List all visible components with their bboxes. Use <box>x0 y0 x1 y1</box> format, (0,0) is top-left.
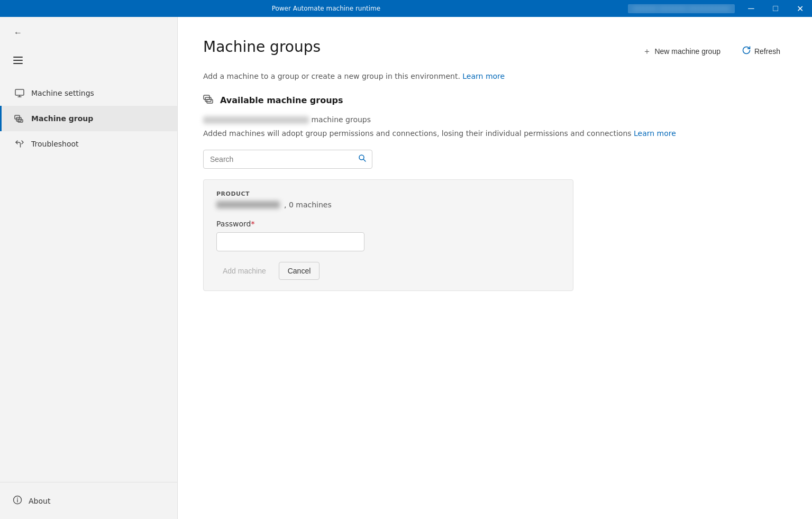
refresh-button[interactable]: Refresh <box>735 41 787 61</box>
subtitle-text: Add a machine to a group or create a new… <box>203 72 460 80</box>
search-button[interactable] <box>353 150 372 169</box>
sidebar-item-troubleshoot[interactable]: Troubleshoot <box>0 131 177 157</box>
search-icon <box>358 154 367 165</box>
new-machine-group-label: New machine group <box>654 47 720 56</box>
env-blurred <box>203 116 309 124</box>
cancel-button[interactable]: Cancel <box>279 262 320 280</box>
refresh-label: Refresh <box>754 47 780 56</box>
password-label: Password* <box>216 220 560 228</box>
machine-settings-icon <box>14 88 25 98</box>
titlebar-title: Power Automate machine runtime <box>24 5 628 12</box>
group-card: PRODUCT , 0 machines Password* Add machi… <box>203 179 573 291</box>
content-subtitle: Add a machine to a group or create a new… <box>178 72 812 93</box>
machine-groups-section-icon <box>203 93 215 107</box>
section-header: Available machine groups <box>203 93 787 107</box>
plus-icon: ＋ <box>643 46 651 57</box>
app-container: ← Machine settings <box>0 17 812 519</box>
hamburger-icon <box>13 57 23 64</box>
available-groups-section: Available machine groups machine groups … <box>178 93 812 291</box>
header-actions: ＋ New machine group Refresh <box>636 38 787 61</box>
back-button[interactable]: ← <box>8 23 28 42</box>
troubleshoot-icon <box>14 139 25 149</box>
search-bar <box>203 150 372 169</box>
close-button[interactable]: ✕ <box>788 0 812 17</box>
titlebar-user: ••••••• •••••••• •••••••••••• <box>628 4 735 13</box>
env-suffix: machine groups <box>311 115 371 124</box>
group-card-header: PRODUCT <box>216 190 560 197</box>
svg-point-9 <box>359 155 364 160</box>
new-machine-group-button[interactable]: ＋ New machine group <box>636 42 727 61</box>
about-label: About <box>29 497 50 505</box>
refresh-icon <box>742 45 751 57</box>
sidebar-nav: Machine settings Machine group <box>0 76 177 482</box>
content-header: Machine groups ＋ New machine group Refre… <box>178 17 812 72</box>
sidebar-item-machine-settings[interactable]: Machine settings <box>0 80 177 106</box>
about-icon <box>13 495 22 506</box>
back-icon: ← <box>14 28 22 38</box>
titlebar: Power Automate machine runtime ••••••• •… <box>0 0 812 17</box>
sidebar-item-machine-group[interactable]: Machine group <box>0 106 177 131</box>
svg-rect-0 <box>15 89 24 95</box>
search-bar-container <box>203 150 787 169</box>
group-name-blurred <box>216 201 280 208</box>
search-input[interactable] <box>204 155 353 163</box>
sidebar-item-label: Troubleshoot <box>31 140 79 148</box>
sidebar-item-label: Machine group <box>31 114 93 123</box>
password-required-indicator: * <box>251 220 254 228</box>
sidebar-bottom: About <box>0 482 177 519</box>
machine-group-icon <box>14 113 25 124</box>
titlebar-controls: ─ □ ✕ <box>739 0 812 17</box>
section-title: Available machine groups <box>220 95 343 105</box>
hamburger-button[interactable] <box>8 51 28 70</box>
minimize-button[interactable]: ─ <box>739 0 763 17</box>
group-machines-count: , 0 machines <box>284 201 332 209</box>
subtitle-learn-more-link[interactable]: Learn more <box>462 72 505 80</box>
password-input[interactable] <box>216 232 364 251</box>
info-text: Added machines will adopt group permissi… <box>203 128 787 139</box>
info-text-content: Added machines will adopt group permissi… <box>203 129 632 138</box>
main-content: Machine groups ＋ New machine group Refre… <box>178 17 812 519</box>
maximize-button[interactable]: □ <box>763 0 788 17</box>
add-machine-button[interactable]: Add machine <box>216 262 272 279</box>
group-name-row: , 0 machines <box>216 201 560 209</box>
sidebar-item-label: Machine settings <box>31 89 94 97</box>
sidebar: ← Machine settings <box>0 17 178 519</box>
card-actions: Add machine Cancel <box>216 262 560 280</box>
env-info: machine groups <box>203 115 787 124</box>
info-learn-more-link[interactable]: Learn more <box>634 129 676 138</box>
sidebar-top: ← <box>0 17 177 49</box>
sidebar-item-about[interactable]: About <box>13 491 165 511</box>
page-title: Machine groups <box>203 38 321 56</box>
svg-point-5 <box>17 498 18 499</box>
